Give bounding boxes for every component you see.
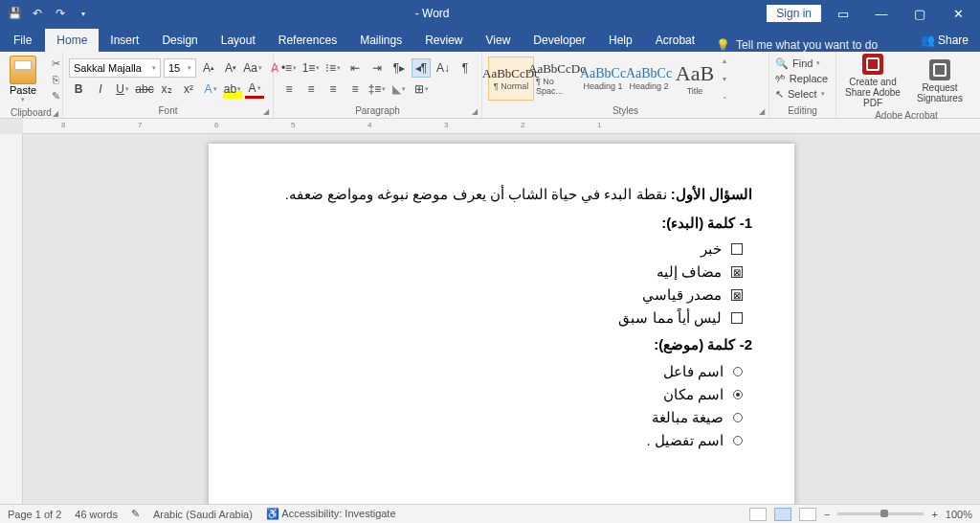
grow-font-button[interactable]: A▴ [199, 58, 218, 78]
dialog-launcher-icon[interactable]: ◢ [53, 109, 58, 118]
style-title[interactable]: AaBTitle [672, 57, 718, 101]
checkbox[interactable]: ⊠ [731, 266, 743, 278]
borders-button[interactable]: ⊞▾ [412, 80, 431, 99]
zoom-in-button[interactable]: + [931, 509, 937, 520]
language-status[interactable]: Arabic (Saudi Arabia) [153, 509, 253, 520]
ltr-button[interactable]: ¶▸ [390, 58, 409, 78]
replace-button[interactable]: ᵃ⁄ᵇReplace [775, 73, 828, 85]
highlight-button[interactable]: ab▾ [223, 80, 242, 99]
zoom-level[interactable]: 100% [946, 509, 972, 520]
read-mode-button[interactable] [749, 508, 767, 521]
window-title: - Word [98, 7, 767, 20]
shading-button[interactable]: ◣▾ [390, 80, 409, 99]
shrink-font-button[interactable]: A▾ [221, 58, 240, 78]
underline-button[interactable]: U▾ [113, 80, 132, 99]
tab-acrobat[interactable]: Acrobat [644, 29, 706, 52]
line-spacing-button[interactable]: ‡≡▾ [368, 80, 387, 99]
tab-mailings[interactable]: Mailings [348, 29, 413, 52]
zoom-out-button[interactable]: − [824, 509, 830, 520]
tab-design[interactable]: Design [150, 29, 209, 52]
sort-button[interactable]: A↓ [434, 58, 453, 78]
font-size-input[interactable]: 15▾ [164, 58, 196, 78]
text-effects-button[interactable]: A▾ [201, 80, 220, 99]
styles-scroll[interactable]: ▴▾⌄ [718, 57, 731, 101]
format-painter-button[interactable]: ✎ [48, 89, 63, 102]
rtl-button[interactable]: ◂¶ [412, 58, 431, 78]
lightbulb-icon: 💡 [716, 38, 730, 52]
radio[interactable] [733, 413, 743, 422]
dialog-launcher-icon[interactable]: ◢ [759, 107, 765, 116]
tab-review[interactable]: Review [413, 29, 474, 52]
dialog-launcher-icon[interactable]: ◢ [472, 107, 478, 116]
request-signatures-button[interactable]: Request Signatures [909, 59, 970, 103]
close-button[interactable]: ✕ [942, 7, 974, 21]
superscript-button[interactable]: x² [179, 80, 198, 99]
share-button[interactable]: 👥 Share [909, 29, 980, 52]
page-status[interactable]: Page 1 of 2 [8, 509, 61, 520]
bold-button[interactable]: B [69, 80, 88, 99]
radio[interactable] [733, 367, 743, 376]
font-color-button[interactable]: A▾ [245, 80, 264, 99]
minimize-button[interactable]: — [865, 7, 898, 21]
tab-home[interactable]: Home [45, 29, 99, 52]
dialog-launcher-icon[interactable]: ◢ [263, 107, 269, 116]
qat-dropdown-icon[interactable]: ▾ [77, 7, 90, 20]
align-left-button[interactable]: ≡ [279, 80, 299, 99]
style-no-spacing[interactable]: AaBbCcDс¶ No Spac... [534, 57, 580, 101]
checkbox[interactable]: ⊠ [731, 289, 743, 301]
decrease-indent-button[interactable]: ⇤ [345, 58, 365, 78]
font-name-input[interactable]: Sakkal Majalla▾ [69, 58, 161, 78]
radio[interactable] [733, 390, 743, 399]
style-heading2[interactable]: AaBbCсHeading 2 [626, 57, 672, 101]
copy-button[interactable]: ⎘ [48, 73, 63, 86]
radio[interactable] [733, 436, 743, 445]
paste-button[interactable]: Paste ▾ [6, 54, 40, 105]
maximize-button[interactable]: ▢ [903, 7, 936, 21]
page[interactable]: السؤال الأول: نقطة البدء في حياة الشاب أ… [209, 144, 794, 504]
show-marks-button[interactable]: ¶ [456, 58, 475, 78]
tab-view[interactable]: View [475, 29, 523, 52]
zoom-slider[interactable] [837, 512, 924, 515]
tab-developer[interactable]: Developer [522, 29, 597, 52]
multilevel-button[interactable]: ⁝≡▾ [323, 58, 343, 78]
style-heading1[interactable]: AaBbCсHeading 1 [580, 57, 626, 101]
ribbon-options-icon[interactable]: ▭ [827, 7, 859, 21]
align-center-button[interactable]: ≡ [301, 80, 321, 99]
tab-help[interactable]: Help [597, 29, 644, 52]
italic-button[interactable]: I [91, 80, 110, 99]
tab-insert[interactable]: Insert [99, 29, 150, 52]
paragraph-group-label: Paragraph◢ [274, 105, 481, 118]
web-layout-button[interactable] [799, 508, 816, 521]
change-case-button[interactable]: Aa▾ [243, 58, 262, 78]
create-pdf-button[interactable]: Create and Share Adobe PDF [842, 54, 903, 108]
tab-references[interactable]: References [267, 29, 348, 52]
save-icon[interactable]: 💾 [8, 7, 21, 20]
justify-button[interactable]: ≡ [345, 80, 365, 99]
sign-in-button[interactable]: Sign in [767, 5, 821, 22]
tab-layout[interactable]: Layout [210, 29, 267, 52]
strikethrough-button[interactable]: abc [135, 80, 154, 99]
subscript-button[interactable]: x₂ [157, 80, 176, 99]
spell-check-icon[interactable]: ✎ [131, 508, 140, 520]
bullets-button[interactable]: •≡▾ [279, 58, 299, 78]
checkbox[interactable] [731, 243, 743, 255]
tab-file[interactable]: File [0, 29, 45, 52]
align-right-button[interactable]: ≡ [323, 80, 343, 99]
document-area[interactable]: السؤال الأول: نقطة البدء في حياة الشاب أ… [23, 134, 980, 504]
cursor-icon: ↖ [775, 88, 784, 101]
increase-indent-button[interactable]: ⇥ [368, 58, 387, 78]
print-layout-button[interactable] [774, 508, 791, 521]
style-normal[interactable]: AaBbCcDс¶ Normal [488, 57, 534, 101]
redo-icon[interactable]: ↷ [54, 7, 67, 20]
checkbox[interactable] [731, 312, 743, 324]
tell-me-search[interactable]: 💡 Tell me what you want to do [706, 38, 887, 52]
word-count[interactable]: 46 words [75, 509, 118, 520]
undo-icon[interactable]: ↶ [31, 7, 44, 20]
horizontal-ruler[interactable]: 8 7 6 5 4 3 2 1 [23, 119, 980, 134]
numbering-button[interactable]: 1≡▾ [301, 58, 321, 78]
vertical-ruler[interactable] [0, 134, 23, 504]
accessibility-status[interactable]: ♿ Accessibility: Investigate [266, 508, 396, 520]
select-button[interactable]: ↖Select▾ [775, 88, 828, 101]
find-button[interactable]: 🔍Find▾ [775, 57, 828, 70]
cut-button[interactable]: ✂ [48, 57, 63, 70]
